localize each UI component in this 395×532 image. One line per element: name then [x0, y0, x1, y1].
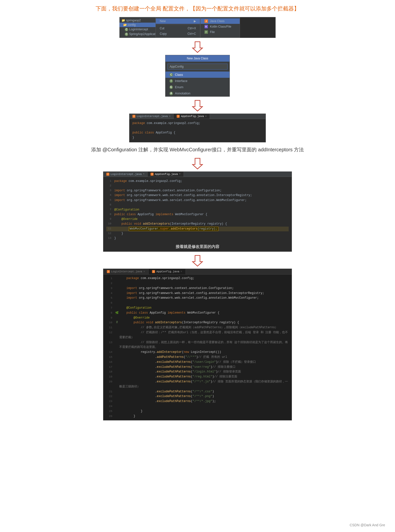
- bottom-tab-login-intercept[interactable]: J LoginIntercept.java ×: [103, 269, 149, 274]
- csdn-watermark: CSDN @Dark And Gre: [350, 523, 385, 527]
- context-menu-cut[interactable]: Cut Ctrl+X: [156, 26, 200, 31]
- bcl-3: 3 import org.springframework.context.ann…: [103, 286, 292, 291]
- new-java-class[interactable]: J Java Class: [200, 18, 240, 24]
- tab-icon-appconfig-1: J: [177, 115, 180, 118]
- tab-close-ac-2[interactable]: ×: [179, 173, 181, 175]
- bcl-17: 17 .excludePathPatterns("user/reg")// 排除…: [103, 365, 292, 370]
- tab-icon-1: J: [132, 115, 135, 118]
- tab-close-1[interactable]: ×: [169, 115, 170, 118]
- bcl-20: 20 .excludePathPatterns("/**/*.js")// 排除…: [103, 379, 292, 389]
- interface-icon: I: [169, 79, 173, 83]
- bcl-6: 6: [103, 301, 292, 306]
- inline-instruction: 接着就是修改里面的内容: [103, 244, 292, 249]
- bcl-21: 21 .excludePathPatterns("/**/*.css"): [103, 389, 292, 394]
- tab-login-intercept-1[interactable]: J LoginIntercept.java ×: [129, 114, 174, 119]
- editor2-section: J LoginIntercept.java × J AppConfig.java…: [0, 171, 395, 252]
- arrow-4: [0, 254, 395, 267]
- ide-menu-screenshot: 📁 springaop2 📂 config C LoginIntercept C…: [119, 17, 276, 38]
- cl-2-13: 13 }: [106, 236, 289, 241]
- code-line-4: }: [132, 135, 263, 140]
- new-java-class-dialog: New Java Class C Class I Interface E Enu…: [165, 55, 230, 97]
- config-folder[interactable]: 📂 config: [119, 23, 156, 27]
- file-tree: 📁 springaop2 📂 config C LoginIntercept C…: [119, 17, 156, 38]
- arrow-3: [0, 157, 395, 169]
- bottom-editor-section: J LoginIntercept.java × J AppConfig.java…: [0, 269, 395, 420]
- svg-marker-0: [193, 42, 202, 52]
- new-kotlin-class[interactable]: K Kotlin Class/File: [200, 24, 240, 29]
- interface-option[interactable]: I Interface: [165, 78, 230, 84]
- cl-2-3: 3 import org.springframework.context.ann…: [106, 188, 289, 193]
- cl-2-8: 8 public class AppConfig implements WebM…: [106, 212, 289, 217]
- bcl-18: 18 .excludePathPatterns("/login.html")//…: [103, 369, 292, 374]
- new-submenu: J Java Class K Kotlin Class/File F File: [200, 17, 240, 38]
- editor2-tabs: J LoginIntercept.java × J AppConfig.java…: [103, 172, 292, 177]
- enum-icon: E: [169, 85, 173, 89]
- bcl-8: 8 🌿 public class AppConfig implements We…: [103, 311, 292, 316]
- cl-2-7: 7 @Configuration: [106, 207, 289, 212]
- context-menu: New ▶ Cut Ctrl+X Copy Ctrl+C: [156, 17, 200, 38]
- editor1-tabs: J LoginIntercept.java × J AppConfig.java…: [129, 114, 266, 119]
- ide-menu-section: 📁 springaop2 📂 config C LoginIntercept C…: [0, 17, 395, 38]
- code-line-1: package com.example.springaop2.config;: [132, 121, 263, 126]
- tab-close-li-2[interactable]: ×: [143, 173, 144, 175]
- tab-login-intercept-2[interactable]: J LoginIntercept.java ×: [103, 172, 148, 177]
- bcl-9: 9 @Override: [103, 316, 292, 321]
- svg-marker-3: [193, 255, 202, 266]
- cl-2-4: 4 import org.springframework.web.servlet…: [106, 193, 289, 198]
- tab-appconfig-2[interactable]: J AppConfig.java ×: [148, 172, 184, 177]
- bcl-22: 22 .excludePathPatterns("/**/*.png"): [103, 394, 292, 399]
- bcl-14: 14 registry.addInterceptor(new LoginInte…: [103, 350, 292, 355]
- cl-2-12: 12 }: [106, 231, 289, 236]
- svg-marker-2: [193, 158, 202, 169]
- cl-2-11: 11 WebMvcConfigurer.super.addInterceptor…: [106, 227, 289, 231]
- editor1-section: J LoginIntercept.java × J AppConfig.java…: [0, 114, 395, 142]
- bottom-tab-close-ac[interactable]: ×: [181, 270, 182, 273]
- bcl-19: 19 .excludePathPatterns("/reg.html")// 排…: [103, 374, 292, 379]
- context-menu-new[interactable]: New ▶: [156, 18, 200, 24]
- bcl-13: 13 // 排除路径，就想上面说的一样，有一些功能是不需要验证的，所有 这个排除…: [103, 340, 292, 350]
- bcl-25: 25 }: [103, 409, 292, 414]
- bottom-editor-tabs: J LoginIntercept.java × J AppConfig.java…: [103, 269, 292, 275]
- bcl-10: 10 @ public void addInterceptors(Interce…: [103, 320, 292, 325]
- code-editor-1: J LoginIntercept.java × J AppConfig.java…: [129, 114, 266, 142]
- class-icon: C: [169, 73, 173, 77]
- annotation-option[interactable]: A Annotation: [165, 90, 230, 96]
- login-intercept-file[interactable]: C LoginIntercept: [119, 27, 156, 32]
- tab-appconfig-1[interactable]: J AppConfig.java ×: [174, 114, 210, 119]
- arrow-1: [0, 41, 395, 53]
- class-option[interactable]: C Class: [165, 72, 230, 78]
- code-content-1: package com.example.springaop2.config; p…: [129, 119, 266, 142]
- new-java-class-dialog-section: New Java Class C Class I Interface E Enu…: [0, 55, 395, 97]
- bottom-tab-appconfig[interactable]: J AppConfig.java ×: [149, 269, 186, 274]
- bcl-24: 24: [103, 404, 292, 409]
- enum-option[interactable]: E Enum: [165, 84, 230, 90]
- bottom-tab-close-li[interactable]: ×: [143, 270, 145, 273]
- arrow-2: [0, 99, 395, 112]
- bcl-2: 2: [103, 281, 292, 286]
- bottom-tab-icon-ac: J: [152, 270, 155, 273]
- new-file[interactable]: F File: [200, 29, 240, 35]
- tab-icon-li-2: J: [106, 173, 109, 176]
- bcl-26: 26 }: [103, 414, 292, 419]
- bottom-tab-icon-li: J: [107, 270, 110, 273]
- bcl-16: 16 .excludePathPatterns("/user/login")//…: [103, 360, 292, 365]
- tab-close-appconfig-1[interactable]: ×: [205, 115, 207, 118]
- tab-icon-ac-2: J: [151, 173, 154, 176]
- instruction-2: 添加 @Configuration 注解，并实现 WebMvcConfigure…: [0, 146, 395, 153]
- cl-2-5: 5 import org.springframework.web.servlet…: [106, 198, 289, 203]
- context-menu-copy[interactable]: Copy Ctrl+C: [156, 31, 200, 37]
- app-name-file[interactable]: C SpringAop2Application: [119, 32, 156, 37]
- top-instruction: 下面，我们要创建一个全局 配置文件，【因为一个配置文件就可以添加多个拦截器】: [0, 5, 395, 12]
- bcl-12: 12 // 拦截路径：/** 拦截所有的url（当然，这显然是不合理，前端没有拦…: [103, 330, 292, 340]
- dialog-title: New Java Class: [165, 55, 230, 62]
- code-content-2: 1 package com.example.springaop2.config;…: [103, 177, 292, 243]
- bottom-code-editor: J LoginIntercept.java × J AppConfig.java…: [103, 269, 292, 420]
- cl-2-2: 2: [106, 184, 289, 188]
- bcl-4: 4 import org.springframework.web.servlet…: [103, 291, 292, 296]
- cl-2-1: 1 package com.example.springaop2.config;: [106, 179, 289, 184]
- code-line-2: [132, 126, 263, 130]
- code-editor-2: J LoginIntercept.java × J AppConfig.java…: [103, 171, 292, 252]
- cl-2-10: 10 public void addInterceptors(Intercept…: [106, 222, 289, 226]
- bcl-1: 1 package com.example.springaop2.config;: [103, 276, 292, 281]
- class-name-input[interactable]: [167, 64, 228, 70]
